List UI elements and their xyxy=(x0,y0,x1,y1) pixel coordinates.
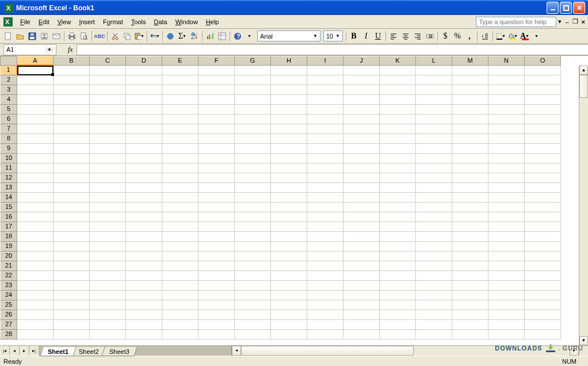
print-button[interactable] xyxy=(66,30,78,42)
cell-J28[interactable] xyxy=(343,330,380,340)
cell-B5[interactable] xyxy=(54,105,90,115)
cell-M10[interactable] xyxy=(452,154,488,163)
cell-D6[interactable] xyxy=(126,115,162,124)
cell-C7[interactable] xyxy=(90,124,126,134)
cell-G22[interactable] xyxy=(235,271,271,281)
spelling-button[interactable]: ABC xyxy=(94,30,105,42)
column-header-G[interactable]: G xyxy=(235,56,271,66)
cell-N10[interactable] xyxy=(488,154,525,163)
cell-K1[interactable] xyxy=(380,66,416,75)
cell-C23[interactable] xyxy=(90,281,126,291)
cell-N8[interactable] xyxy=(488,134,525,144)
cell-K9[interactable] xyxy=(380,144,416,154)
align-left-button[interactable] xyxy=(388,30,399,42)
undo-button[interactable]: ▼ xyxy=(149,30,161,42)
toolbar-options-button[interactable]: ▼ xyxy=(244,30,255,42)
cell-F3[interactable] xyxy=(198,85,235,95)
cell-O12[interactable] xyxy=(525,173,561,183)
cell-E7[interactable] xyxy=(162,124,198,134)
font-color-button[interactable]: A▼ xyxy=(519,30,530,42)
cell-M9[interactable] xyxy=(452,144,488,154)
cell-E16[interactable] xyxy=(162,212,198,222)
cell-L8[interactable] xyxy=(416,134,452,144)
cell-F18[interactable] xyxy=(198,232,235,242)
cell-N1[interactable] xyxy=(488,66,525,75)
cell-J16[interactable] xyxy=(343,212,380,222)
cell-E5[interactable] xyxy=(162,105,198,115)
cell-H13[interactable] xyxy=(271,183,307,193)
cell-K28[interactable] xyxy=(380,330,416,340)
cell-F8[interactable] xyxy=(198,134,235,144)
cell-E20[interactable] xyxy=(162,251,198,261)
cell-M17[interactable] xyxy=(452,222,488,232)
cell-C15[interactable] xyxy=(90,203,126,212)
cell-K21[interactable] xyxy=(380,261,416,271)
cell-D7[interactable] xyxy=(126,124,162,134)
cell-G5[interactable] xyxy=(235,105,271,115)
vertical-scrollbar[interactable]: ▲ ▼ xyxy=(579,66,588,345)
cell-J21[interactable] xyxy=(343,261,380,271)
cell-M11[interactable] xyxy=(452,163,488,173)
cell-D19[interactable] xyxy=(126,242,162,251)
cell-K22[interactable] xyxy=(380,271,416,281)
cell-H8[interactable] xyxy=(271,134,307,144)
cell-G17[interactable] xyxy=(235,222,271,232)
cell-G13[interactable] xyxy=(235,183,271,193)
tab-nav-first-button[interactable]: |◂ xyxy=(0,346,10,356)
cell-L24[interactable] xyxy=(416,291,452,300)
cell-J15[interactable] xyxy=(343,203,380,212)
cell-G1[interactable] xyxy=(235,66,271,75)
cell-G23[interactable] xyxy=(235,281,271,291)
decrease-indent-button[interactable] xyxy=(479,30,491,42)
cell-C12[interactable] xyxy=(90,173,126,183)
cell-I11[interactable] xyxy=(307,163,343,173)
copy-button[interactable] xyxy=(121,30,133,42)
currency-button[interactable]: $ xyxy=(440,30,451,42)
column-header-B[interactable]: B xyxy=(54,56,90,66)
cell-A9[interactable] xyxy=(17,144,54,154)
tab-nav-prev-button[interactable]: ◂ xyxy=(10,346,20,356)
column-header-M[interactable]: M xyxy=(452,56,488,66)
cell-D18[interactable] xyxy=(126,232,162,242)
row-header-24[interactable]: 24 xyxy=(0,291,17,300)
email-button[interactable] xyxy=(51,30,62,42)
fill-color-button[interactable]: ▼ xyxy=(507,30,518,42)
cell-C24[interactable] xyxy=(90,291,126,300)
underline-button[interactable]: U xyxy=(372,30,384,42)
cell-C26[interactable] xyxy=(90,310,126,320)
cell-I3[interactable] xyxy=(307,85,343,95)
cell-M12[interactable] xyxy=(452,173,488,183)
bold-button[interactable]: B xyxy=(348,30,360,42)
cell-G25[interactable] xyxy=(235,300,271,310)
merge-center-button[interactable]: a xyxy=(424,30,436,42)
row-header-15[interactable]: 15 xyxy=(0,203,17,212)
cell-D23[interactable] xyxy=(126,281,162,291)
column-header-N[interactable]: N xyxy=(488,56,525,66)
select-all-button[interactable] xyxy=(0,56,17,66)
help-dropdown-button[interactable]: ▾ xyxy=(556,18,563,25)
cell-I28[interactable] xyxy=(307,330,343,340)
cell-L13[interactable] xyxy=(416,183,452,193)
cell-B4[interactable] xyxy=(54,95,90,105)
cell-L2[interactable] xyxy=(416,75,452,85)
column-header-J[interactable]: J xyxy=(343,56,380,66)
cell-B18[interactable] xyxy=(54,232,90,242)
scroll-down-button[interactable]: ▼ xyxy=(579,336,588,345)
cell-M15[interactable] xyxy=(452,203,488,212)
cell-M5[interactable] xyxy=(452,105,488,115)
cell-N25[interactable] xyxy=(488,300,525,310)
cell-E27[interactable] xyxy=(162,320,198,330)
column-header-C[interactable]: C xyxy=(90,56,126,66)
cell-D28[interactable] xyxy=(126,330,162,340)
cell-E8[interactable] xyxy=(162,134,198,144)
cell-L23[interactable] xyxy=(416,281,452,291)
row-header-4[interactable]: 4 xyxy=(0,95,17,105)
cell-J19[interactable] xyxy=(343,242,380,251)
cell-K8[interactable] xyxy=(380,134,416,144)
cell-O28[interactable] xyxy=(525,330,561,340)
cell-M4[interactable] xyxy=(452,95,488,105)
cell-A14[interactable] xyxy=(17,193,54,203)
row-header-12[interactable]: 12 xyxy=(0,173,17,183)
comma-button[interactable]: , xyxy=(464,30,475,42)
cell-F9[interactable] xyxy=(198,144,235,154)
